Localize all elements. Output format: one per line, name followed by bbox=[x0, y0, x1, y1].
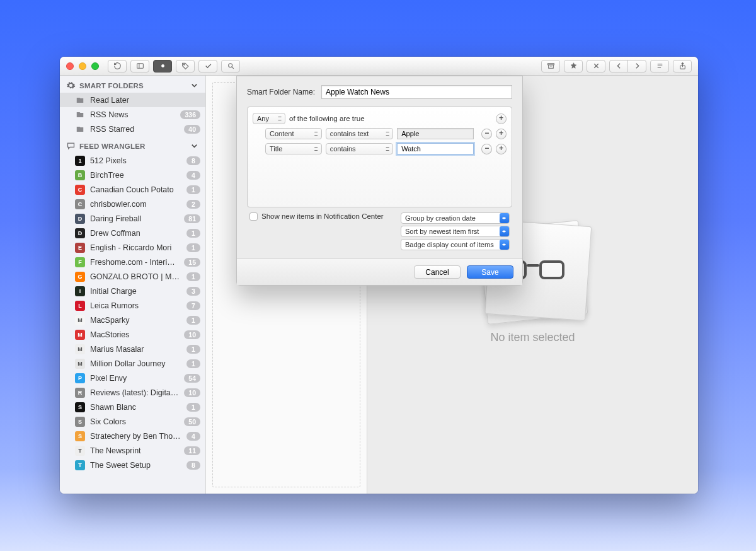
window-close-button[interactable] bbox=[66, 62, 74, 70]
folder-icon bbox=[75, 95, 85, 105]
feed-row[interactable]: DDaring Fireball81 bbox=[60, 211, 205, 226]
feed-favicon: R bbox=[75, 388, 85, 398]
feed-row[interactable]: TThe Newsprint11 bbox=[60, 443, 205, 458]
feed-row[interactable]: CCanadian Couch Potato1 bbox=[60, 182, 205, 197]
section-header-feed-wrangler[interactable]: FEED WRANGLER bbox=[60, 136, 205, 153]
rule-field-select[interactable]: Title bbox=[265, 143, 322, 154]
count-badge: 3 bbox=[186, 287, 200, 296]
count-badge: 4 bbox=[186, 171, 200, 180]
refresh-button[interactable] bbox=[108, 60, 127, 72]
count-badge: 81 bbox=[184, 214, 200, 223]
feed-row[interactable]: RReviews (latest): Digital Phot…10 bbox=[60, 385, 205, 400]
feed-favicon: M bbox=[75, 330, 85, 340]
feed-row[interactable]: FFreshome.com - Interior Desig…15 bbox=[60, 255, 205, 269]
add-rule-button[interactable]: + bbox=[496, 129, 507, 139]
notify-checkbox[interactable] bbox=[249, 212, 258, 221]
feed-row[interactable]: SShawn Blanc1 bbox=[60, 400, 205, 414]
row-label: The Sweet Setup bbox=[90, 461, 181, 470]
feed-row[interactable]: BBirchTree4 bbox=[60, 168, 205, 182]
row-label: Daring Fireball bbox=[90, 214, 179, 223]
sidebar: SMART FOLDERS Read LaterRSS News336RSS S… bbox=[60, 76, 206, 494]
smart-folder-row[interactable]: RSS Starred40 bbox=[60, 122, 205, 136]
add-rule-button[interactable]: + bbox=[496, 113, 507, 124]
section-header-smart-folders[interactable]: SMART FOLDERS bbox=[60, 76, 205, 93]
count-badge: 10 bbox=[184, 388, 200, 397]
count-badge: 1 bbox=[186, 345, 200, 354]
feed-favicon: D bbox=[75, 214, 85, 224]
nav-group bbox=[609, 60, 646, 72]
feed-row[interactable]: MMillion Dollar Journey1 bbox=[60, 356, 205, 371]
feed-favicon: C bbox=[75, 199, 85, 209]
smart-folder-row[interactable]: Read Later bbox=[60, 93, 205, 107]
count-badge: 54 bbox=[184, 374, 200, 383]
rules-box: Any of the following are true + Contentc… bbox=[247, 107, 512, 207]
svg-point-3 bbox=[228, 64, 232, 67]
feed-favicon: S bbox=[75, 431, 85, 441]
search-button[interactable] bbox=[221, 60, 240, 72]
mark-toggle-button[interactable] bbox=[153, 60, 172, 72]
count-badge: 15 bbox=[184, 258, 200, 267]
nav-back-button[interactable] bbox=[609, 60, 628, 72]
rule-field-select[interactable]: Content bbox=[265, 128, 322, 139]
mark-read-button[interactable] bbox=[198, 60, 217, 72]
match-mode-select[interactable]: Any bbox=[253, 113, 285, 124]
gear-icon bbox=[66, 81, 76, 90]
feed-row[interactable]: MMacSparky1 bbox=[60, 313, 205, 327]
feed-row[interactable]: EEnglish - Riccardo Mori1 bbox=[60, 240, 205, 255]
count-badge: 2 bbox=[186, 200, 200, 209]
feed-row[interactable]: PPixel Envy54 bbox=[60, 371, 205, 385]
remove-rule-button[interactable]: − bbox=[481, 144, 492, 154]
badge-select[interactable]: Badge display count of items bbox=[401, 239, 510, 250]
smart-folder-sheet: Smart Folder Name: Any of the following … bbox=[236, 76, 523, 286]
count-badge: 1 bbox=[186, 272, 200, 281]
chevron-down-icon bbox=[190, 141, 199, 151]
rule-row: Contentcontains text−+ bbox=[253, 126, 507, 141]
window-zoom-button[interactable] bbox=[91, 62, 99, 70]
save-button[interactable]: Save bbox=[467, 265, 513, 279]
feed-row[interactable]: Cchrisbowler.com2 bbox=[60, 197, 205, 211]
feed-row[interactable]: LLeica Rumors7 bbox=[60, 298, 205, 313]
name-label: Smart Folder Name: bbox=[247, 88, 315, 96]
star-button[interactable] bbox=[564, 60, 583, 72]
row-label: MacStories bbox=[90, 330, 179, 339]
feed-row[interactable]: TThe Sweet Setup8 bbox=[60, 458, 205, 472]
smart-folder-row[interactable]: RSS News336 bbox=[60, 107, 205, 122]
add-rule-button[interactable]: + bbox=[496, 144, 507, 154]
row-label: BirchTree bbox=[90, 171, 181, 180]
row-label: Canadian Couch Potato bbox=[90, 185, 181, 194]
row-label: Leica Rumors bbox=[90, 301, 181, 310]
feed-favicon: T bbox=[75, 446, 85, 456]
delete-button[interactable] bbox=[587, 60, 605, 72]
svg-point-2 bbox=[183, 64, 185, 66]
rule-value-input[interactable] bbox=[397, 143, 474, 154]
share-button[interactable] bbox=[673, 60, 692, 72]
toggle-sidebar-button[interactable] bbox=[130, 60, 149, 72]
rule-predicate-select[interactable]: contains bbox=[326, 143, 394, 154]
sort-select[interactable]: Sort by newest item first bbox=[401, 226, 510, 237]
feed-row[interactable]: GGONZALO BROTO | MEMORYS…1 bbox=[60, 269, 205, 284]
feed-row[interactable]: SStratechery by Ben Thompson4 bbox=[60, 429, 205, 443]
count-badge: 1 bbox=[186, 316, 200, 325]
remove-rule-button[interactable]: − bbox=[481, 129, 492, 139]
row-label: Freshome.com - Interior Desig… bbox=[90, 258, 179, 267]
nav-forward-button[interactable] bbox=[627, 60, 646, 72]
window-minimize-button[interactable] bbox=[79, 62, 86, 70]
rule-row: Titlecontains−+ bbox=[253, 141, 507, 156]
cancel-button[interactable]: Cancel bbox=[414, 265, 461, 279]
smart-folder-name-input[interactable] bbox=[321, 85, 512, 99]
row-label: The Newsprint bbox=[90, 446, 179, 455]
feed-row[interactable]: 1512 Pixels8 bbox=[60, 153, 205, 168]
reader-button[interactable] bbox=[650, 60, 669, 72]
empty-state-text: No item selected bbox=[490, 331, 575, 344]
section-header-label: SMART FOLDERS bbox=[79, 82, 144, 90]
feed-row[interactable]: DDrew Coffman1 bbox=[60, 226, 205, 240]
feed-row[interactable]: IInitial Charge3 bbox=[60, 284, 205, 298]
feed-row[interactable]: MMacStories10 bbox=[60, 327, 205, 342]
feed-row[interactable]: MMarius Masalar1 bbox=[60, 342, 205, 356]
archive-button[interactable] bbox=[541, 60, 560, 72]
feed-row[interactable]: SSix Colors50 bbox=[60, 414, 205, 429]
rule-value-input[interactable] bbox=[397, 128, 474, 139]
rule-predicate-select[interactable]: contains text bbox=[326, 128, 394, 139]
group-select[interactable]: Group by creation date bbox=[401, 212, 510, 224]
tag-button[interactable] bbox=[176, 60, 195, 72]
